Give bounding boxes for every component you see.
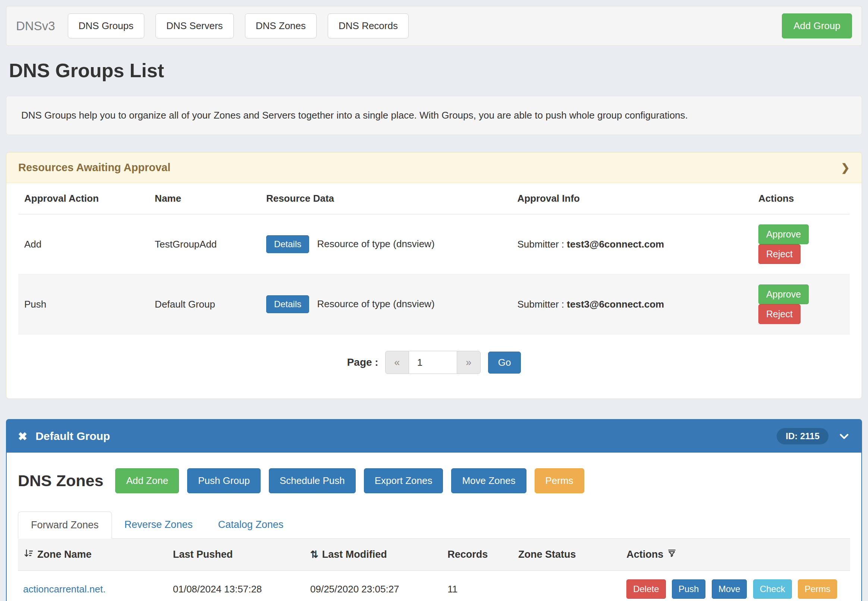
close-icon[interactable]: ✖ (18, 430, 27, 443)
page-description: DNS Groups help you to organize all of y… (6, 96, 862, 135)
tab-reverse-zones[interactable]: Reverse Zones (112, 511, 206, 539)
last-modified-cell: 09/25/2020 23:05:27 (305, 571, 442, 601)
approval-name-cell: TestGroupAdd (149, 214, 260, 275)
add-zone-button[interactable]: Add Zone (115, 468, 179, 493)
column-header-last-modified[interactable]: ⇅ Last Modified (305, 539, 442, 571)
column-header-zone-name[interactable]: Zone Name (18, 539, 168, 571)
prev-page-button[interactable]: « (385, 351, 409, 374)
group-panel: ✖ Default Group ID: 2115 DNS Zones Add Z… (6, 419, 862, 601)
approval-panel-header[interactable]: Resources Awaiting Approval ❯ (6, 153, 862, 183)
nav-dns-servers-button[interactable]: DNS Servers (156, 14, 234, 38)
approval-table-header-row: Approval Action Name Resource Data Appro… (18, 183, 850, 214)
column-header-name: Name (149, 183, 260, 214)
approval-table: Approval Action Name Resource Data Appro… (18, 183, 850, 334)
zone-status-cell (513, 571, 621, 601)
details-button[interactable]: Details (266, 235, 309, 253)
approve-button[interactable]: Approve (758, 224, 809, 244)
resource-data-text: Resource of type (dnsview) (317, 238, 435, 249)
group-title: Default Group (35, 430, 110, 442)
approve-button[interactable]: Approve (758, 284, 809, 304)
chevron-right-icon[interactable]: ❯ (841, 162, 850, 174)
approval-name-cell: Default Group (149, 275, 260, 334)
approval-panel-title: Resources Awaiting Approval (18, 162, 170, 174)
perms-row-button[interactable]: Perms (798, 580, 837, 599)
move-button[interactable]: Move (712, 580, 747, 599)
submitter-email: test3@6connect.com (567, 299, 664, 310)
approval-resource-cell: Details Resource of type (dnsview) (260, 275, 511, 334)
column-header-last-pushed: Last Pushed (168, 539, 305, 571)
push-button[interactable]: Push (672, 580, 706, 599)
column-header-zone-status: Zone Status (513, 539, 621, 571)
zone-actions-cell: Delete Push Move Check Perms (621, 571, 850, 601)
zones-table-header-row: Zone Name Last Pushed ⇅ Last Modified Re… (18, 539, 850, 571)
column-header-approval-action: Approval Action (18, 183, 149, 214)
zones-table: Zone Name Last Pushed ⇅ Last Modified Re… (18, 539, 850, 601)
tab-catalog-zones[interactable]: Catalog Zones (206, 511, 296, 539)
app-title: DNSv3 (16, 19, 55, 33)
approval-actions-cell: Approve Reject (752, 275, 850, 334)
column-header-zone-actions[interactable]: Actions (621, 539, 850, 571)
page: DNSv3 DNS Groups DNS Servers DNS Zones D… (0, 0, 868, 601)
submitter-label: Submitter : (517, 299, 564, 310)
group-panel-header: ✖ Default Group ID: 2115 (7, 420, 861, 453)
approval-resource-cell: Details Resource of type (dnsview) (260, 214, 511, 275)
last-pushed-cell: 01/08/2024 13:57:28 (168, 571, 305, 601)
page-number-input[interactable] (409, 351, 457, 374)
chevron-down-icon[interactable] (838, 430, 850, 442)
column-header-actions: Actions (752, 183, 850, 214)
add-group-button[interactable]: Add Group (782, 14, 852, 38)
details-button[interactable]: Details (266, 295, 309, 313)
schedule-push-button[interactable]: Schedule Push (269, 468, 356, 493)
approval-info-cell: Submitter : test3@6connect.com (511, 275, 752, 334)
column-header-resource-data: Resource Data (260, 183, 511, 214)
zones-tabs: Forward Zones Reverse Zones Catalog Zone… (18, 511, 850, 539)
zone-name-cell: actioncarrental.net. (18, 571, 168, 601)
approval-actions-cell: Approve Reject (752, 214, 850, 275)
zone-link[interactable]: actioncarrental.net. (23, 583, 105, 595)
approval-panel: Resources Awaiting Approval ❯ Approval A… (6, 152, 862, 399)
column-header-approval-info: Approval Info (511, 183, 752, 214)
topbar: DNSv3 DNS Groups DNS Servers DNS Zones D… (6, 6, 862, 46)
submitter-label: Submitter : (517, 239, 564, 250)
pagination: Page : « » Go (18, 351, 850, 374)
approval-row: Push Default Group Details Resource of t… (18, 275, 850, 334)
push-group-button[interactable]: Push Group (187, 468, 261, 493)
reject-button[interactable]: Reject (758, 304, 801, 324)
approval-row: Add TestGroupAdd Details Resource of typ… (18, 214, 850, 275)
approval-panel-body: Approval Action Name Resource Data Appro… (6, 183, 862, 398)
export-zones-button[interactable]: Export Zones (364, 468, 443, 493)
tab-forward-zones[interactable]: Forward Zones (18, 511, 112, 539)
move-zones-button[interactable]: Move Zones (451, 468, 526, 493)
resource-data-text: Resource of type (dnsview) (317, 298, 435, 310)
filter-icon[interactable] (667, 548, 677, 561)
reject-button[interactable]: Reject (758, 244, 801, 264)
nav-dns-zones-button[interactable]: DNS Zones (245, 14, 317, 38)
sort-amount-icon[interactable] (23, 548, 34, 561)
approval-action-cell: Push (18, 275, 149, 334)
zone-row: actioncarrental.net. 01/08/2024 13:57:28… (18, 571, 850, 601)
records-cell: 11 (442, 571, 513, 601)
sort-both-icon[interactable]: ⇅ (310, 549, 319, 560)
go-button[interactable]: Go (488, 352, 521, 374)
zones-section-title: DNS Zones (18, 471, 103, 490)
approval-action-cell: Add (18, 214, 149, 275)
zones-toolbar: DNS Zones Add Zone Push Group Schedule P… (18, 468, 850, 493)
nav-dns-records-button[interactable]: DNS Records (328, 14, 409, 38)
column-header-records: Records (442, 539, 513, 571)
perms-button[interactable]: Perms (535, 468, 584, 493)
check-button[interactable]: Check (753, 580, 792, 599)
group-id-badge: ID: 2115 (776, 428, 828, 444)
submitter-email: test3@6connect.com (567, 239, 664, 250)
page-label: Page : (347, 357, 378, 368)
nav-dns-groups-button[interactable]: DNS Groups (68, 14, 144, 38)
group-panel-body: DNS Zones Add Zone Push Group Schedule P… (7, 453, 861, 601)
next-page-button[interactable]: » (457, 351, 481, 374)
page-title: DNS Groups List (9, 59, 859, 82)
approval-info-cell: Submitter : test3@6connect.com (511, 214, 752, 275)
delete-button[interactable]: Delete (626, 580, 665, 599)
